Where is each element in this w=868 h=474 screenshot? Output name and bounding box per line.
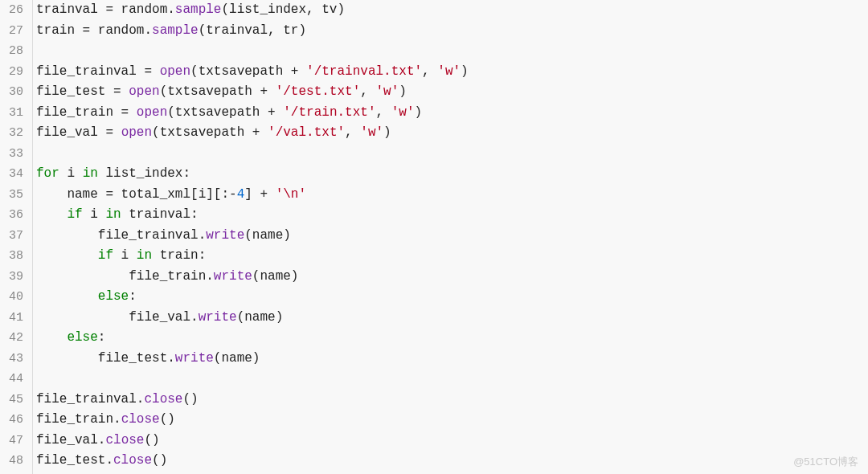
code-token: list_index: [98,166,190,181]
code-line: file_trainval = open(txtsavepath + '/tra… [36,62,868,83]
code-token: sample [152,23,199,38]
code-token: file_train = [36,105,137,120]
code-token: '/val.txt' [268,125,345,140]
code-token: 'w' [437,64,461,79]
code-line: file_test = open(txtsavepath + '/test.tx… [36,82,868,103]
code-token: trainval: [121,207,199,222]
code-token: write [199,310,237,325]
code-token: (trainval, tr) [199,23,306,38]
code-token: close [144,392,182,407]
code-token: else [67,330,97,345]
code-token: (txtsavepath + [167,105,283,120]
line-number: 32 [0,123,32,144]
code-token: train = random. [36,23,152,38]
line-number: 28 [0,41,32,62]
code-token: ] + [244,187,275,202]
code-token: () [152,453,167,468]
code-token: '/test.txt' [276,84,361,99]
code-token: write [214,269,252,284]
line-number: 36 [0,205,32,226]
code-token: file_test. [36,351,175,366]
code-token: open [121,125,152,140]
code-token: ) [383,125,391,140]
line-number: 46 [0,410,32,431]
line-number: 48 [0,451,32,472]
code-token: file_train. [36,412,121,427]
code-line: name = total_xml[i][:-4] + '\n' [36,185,868,206]
line-number: 38 [0,246,32,267]
code-token: else [98,289,129,304]
line-number: 26 [0,0,32,21]
code-token: if [67,207,82,222]
line-number: 47 [0,431,32,452]
code-line [36,144,868,165]
code-token: '/trainval.txt' [306,64,422,79]
code-token: if [98,248,113,263]
code-token: (list_index, tv) [221,2,345,17]
code-token: 4 [237,187,245,202]
code-token: file_val. [36,310,199,325]
line-number: 39 [0,267,32,288]
code-line: file_val = open(txtsavepath + '/val.txt'… [36,123,868,144]
line-number: 45 [0,390,32,411]
line-number: 33 [0,144,32,165]
code-token: file_trainval. [36,228,206,243]
code-line: if i in trainval: [36,205,868,226]
line-number: 29 [0,62,32,83]
line-number: 41 [0,308,32,329]
line-number: 30 [0,82,32,103]
code-token: in [105,207,121,222]
code-line: file_train.close() [36,410,868,431]
code-token: , [422,64,437,79]
code-token: close [113,453,152,468]
code-token: (txtsavepath + [160,84,276,99]
code-line: if i in train: [36,246,868,267]
code-token: i [113,248,137,263]
line-number: 44 [0,369,32,390]
code-line: file_trainval.write(name) [36,226,868,247]
code-token: in [137,248,152,263]
code-token: (name) [237,310,284,325]
code-token: () [160,412,175,427]
code-token: file_test = [36,84,129,99]
code-line [36,369,868,390]
code-token [36,248,98,263]
code-token: file_trainval = [36,64,160,79]
code-line: for i in list_index: [36,164,868,185]
code-token [36,207,67,222]
code-line: file_val.close() [36,431,868,452]
code-token: close [105,433,144,447]
code-line: file_train.write(name) [36,267,868,288]
code-line: file_trainval.close() [36,390,868,411]
line-number-gutter: 2627282930313233343536373839404142434445… [0,0,33,474]
code-token: (txtsavepath + [190,64,306,79]
code-token: file_val. [36,433,105,447]
code-token: file_train. [36,269,214,284]
line-number: 34 [0,164,32,185]
code-token: : [129,289,137,304]
code-token: open [137,105,167,120]
code-line: train = random.sample(trainval, tr) [36,21,868,42]
code-token: , [375,105,391,120]
code-token: ) [399,84,407,99]
line-number: 27 [0,21,32,42]
line-number: 43 [0,349,32,370]
code-token: file_val = [36,125,121,140]
code-line: file_test.close() [36,451,868,472]
code-line: file_train = open(txtsavepath + '/train.… [36,103,868,124]
code-token: train: [152,248,206,263]
code-token: close [121,412,160,427]
code-token: name = total_xml[i][:- [36,187,237,202]
code-token: (name) [244,228,291,243]
code-line [36,41,868,62]
code-token: () [144,433,159,447]
code-token: open [129,84,159,99]
code-token: '/train.txt' [283,105,375,120]
code-token: write [206,228,244,243]
code-token: , [360,84,375,99]
code-line: else: [36,287,868,308]
code-token: (txtsavepath + [152,125,268,140]
code-token: for [36,166,59,181]
code-token: file_test. [36,453,113,468]
line-number: 35 [0,185,32,206]
